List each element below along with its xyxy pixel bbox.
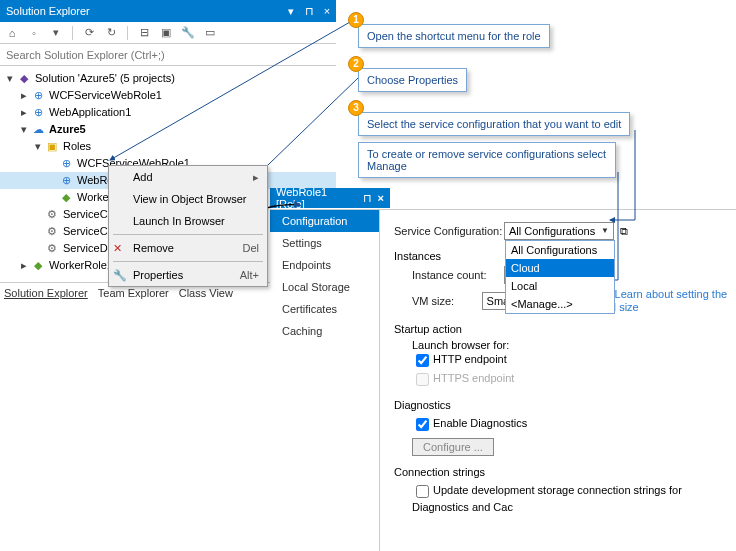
menu-item-remove[interactable]: ✕RemoveDel	[109, 237, 267, 259]
chevron-down-icon[interactable]: ▾	[4, 70, 16, 87]
callout-1: Open the shortcut menu for the role	[358, 24, 550, 48]
roles-folder-node[interactable]: ▾▣Roles	[0, 138, 336, 155]
pin-icon[interactable]: ⊓	[300, 0, 318, 22]
callout-badge-2: 2	[348, 56, 364, 72]
context-menu: Add▸ View in Object Browser Launch In Br…	[108, 165, 268, 287]
side-tab-certificates[interactable]: Certificates	[270, 298, 379, 320]
service-config-dropdown-list: All Configurations Cloud Local <Manage..…	[505, 240, 615, 314]
designer-side-tabs: Configuration Settings Endpoints Local S…	[270, 210, 380, 551]
side-tab-caching[interactable]: Caching	[270, 320, 379, 342]
preview-icon[interactable]: ▭	[202, 25, 218, 41]
dropdown-option-selected[interactable]: Cloud	[506, 259, 614, 277]
wrench-icon: 🔧	[113, 269, 127, 282]
search-box[interactable]	[0, 44, 336, 66]
enable-diagnostics-checkbox[interactable]	[416, 418, 429, 431]
diagnostics-heading: Diagnostics	[394, 399, 728, 411]
tab-team-explorer[interactable]: Team Explorer	[98, 287, 169, 299]
webrole-icon: ⊕	[58, 174, 74, 188]
forward-icon[interactable]: ▾	[48, 25, 64, 41]
separator	[72, 26, 73, 40]
callout-2: Choose Properties	[358, 68, 467, 92]
project-node[interactable]: ▸⊕WebApplication1	[0, 104, 336, 121]
separator	[127, 26, 128, 40]
startup-heading: Startup action	[394, 323, 728, 335]
vm-size-label: VM size:	[412, 295, 482, 307]
menu-item-launch-browser[interactable]: Launch In Browser	[109, 210, 267, 232]
chevron-down-icon: ▼	[601, 223, 609, 239]
copy-icon[interactable]: ⧉	[620, 225, 628, 238]
collapse-icon[interactable]: ⊟	[136, 25, 152, 41]
http-endpoint-checkbox[interactable]	[416, 354, 429, 367]
service-config-label: Service Configuration:	[394, 225, 504, 237]
webrole-icon: ⊕	[30, 89, 46, 103]
solution-icon: ◆	[16, 72, 32, 86]
refresh-icon[interactable]: ↻	[103, 25, 119, 41]
instance-count-label: Instance count:	[412, 269, 504, 281]
connection-strings-heading: Connection strings	[394, 466, 728, 478]
menu-item-properties[interactable]: 🔧PropertiesAlt+	[109, 264, 267, 286]
sync-icon[interactable]: ⟳	[81, 25, 97, 41]
config-file-icon: ⚙	[44, 225, 60, 239]
close-icon[interactable]: ×	[318, 0, 336, 22]
submenu-arrow-icon: ▸	[253, 171, 259, 184]
role-designer: WebRole1 [Role]⊓× Configuration Settings…	[270, 188, 736, 551]
cloud-project-icon: ☁	[30, 123, 46, 137]
chevron-right-icon[interactable]: ▸	[18, 257, 30, 274]
menu-separator	[113, 234, 263, 235]
workerrole-icon: ◆	[58, 191, 74, 205]
config-form: Service Configuration: All Configuration…	[380, 210, 736, 551]
dropdown-option[interactable]: Local	[506, 277, 614, 295]
dropdown-option-manage[interactable]: <Manage...>	[506, 295, 614, 313]
menu-item-view-object-browser[interactable]: View in Object Browser	[109, 188, 267, 210]
project-node[interactable]: ▾☁Azure5	[0, 121, 336, 138]
side-tab-settings[interactable]: Settings	[270, 232, 379, 254]
delete-icon: ✕	[113, 242, 122, 255]
tab-solution-explorer[interactable]: Solution Explorer	[4, 287, 88, 299]
tab-class-view[interactable]: Class View	[179, 287, 233, 299]
designer-body: Configuration Settings Endpoints Local S…	[270, 209, 736, 551]
search-input[interactable]	[0, 44, 336, 65]
webapp-icon: ⊕	[30, 106, 46, 120]
config-file-icon: ⚙	[44, 208, 60, 222]
document-tab[interactable]: WebRole1 [Role]⊓×	[270, 188, 390, 208]
menu-item-add[interactable]: Add▸	[109, 166, 267, 188]
dropdown-icon[interactable]: ▾	[282, 0, 300, 22]
callout-4: To create or remove service configuratio…	[358, 142, 616, 178]
panel-title: Solution Explorer	[6, 0, 282, 22]
chevron-right-icon[interactable]: ▸	[18, 87, 30, 104]
solution-explorer-titlebar: Solution Explorer ▾ ⊓ ×	[0, 0, 336, 22]
chevron-right-icon[interactable]: ▸	[18, 104, 30, 121]
project-node[interactable]: ▸⊕WCFServiceWebRole1	[0, 87, 336, 104]
side-tab-local-storage[interactable]: Local Storage	[270, 276, 379, 298]
chevron-down-icon[interactable]: ▾	[18, 121, 30, 138]
chevron-down-icon[interactable]: ▾	[32, 138, 44, 155]
csproj-icon: ◆	[30, 259, 46, 273]
callout-badge-3: 3	[348, 100, 364, 116]
service-config-dropdown[interactable]: All Configurations▼ All Configurations C…	[504, 222, 614, 240]
side-tab-endpoints[interactable]: Endpoints	[270, 254, 379, 276]
home-icon[interactable]: ⌂	[4, 25, 20, 41]
vm-size-info-link[interactable]: iLearn about setting the VM size	[600, 288, 728, 313]
document-tab-strip: WebRole1 [Role]⊓×	[270, 188, 736, 208]
solution-explorer-toolbar: ⌂ ◦ ▾ ⟳ ↻ ⊟ ▣ 🔧 ▭	[0, 22, 336, 44]
https-endpoint-checkbox	[416, 373, 429, 386]
callout-3: Select the service configuration that yo…	[358, 112, 630, 136]
side-tab-configuration[interactable]: Configuration	[270, 210, 379, 232]
dropdown-option[interactable]: All Configurations	[506, 241, 614, 259]
menu-separator	[113, 261, 263, 262]
definition-file-icon: ⚙	[44, 242, 60, 256]
properties-icon[interactable]: 🔧	[180, 25, 196, 41]
launch-browser-label: Launch browser for:	[412, 339, 728, 351]
configure-diagnostics-button: Configure ...	[412, 438, 494, 456]
folder-icon: ▣	[44, 140, 60, 154]
update-connstrings-checkbox[interactable]	[416, 485, 429, 498]
show-all-icon[interactable]: ▣	[158, 25, 174, 41]
back-icon[interactable]: ◦	[26, 25, 42, 41]
callout-badge-1: 1	[348, 12, 364, 28]
webrole-icon: ⊕	[58, 157, 74, 171]
solution-node[interactable]: ▾◆Solution 'Azure5' (5 projects)	[0, 70, 336, 87]
pin-icon[interactable]: ⊓	[363, 192, 372, 205]
close-tab-icon[interactable]: ×	[378, 192, 384, 204]
